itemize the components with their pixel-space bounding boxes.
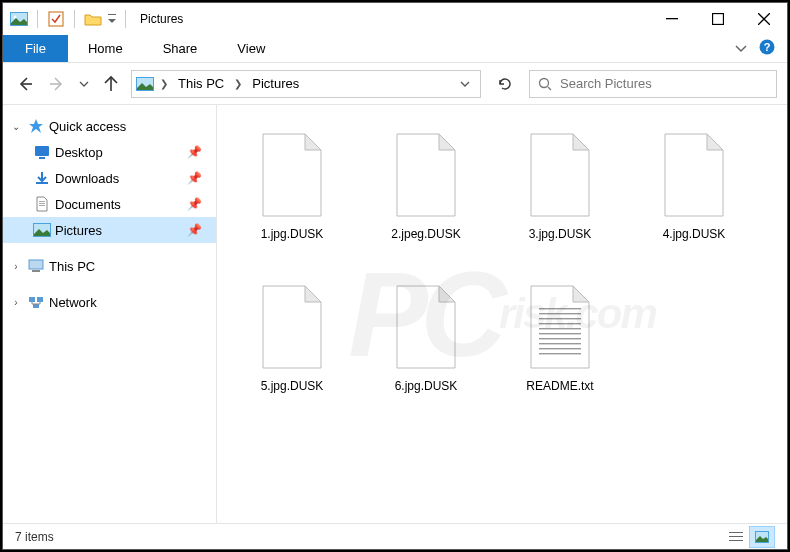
breadcrumb-pictures[interactable]: Pictures xyxy=(248,76,303,91)
svg-rect-6 xyxy=(713,14,724,25)
svg-rect-16 xyxy=(39,203,45,204)
computer-icon xyxy=(27,257,45,275)
file-label: 2.jpeg.DUSK xyxy=(391,221,460,241)
file-label: 1.jpg.DUSK xyxy=(261,221,324,241)
svg-rect-34 xyxy=(539,353,581,354)
desktop-icon xyxy=(33,143,51,161)
address-dropdown-icon[interactable] xyxy=(460,75,470,93)
svg-rect-30 xyxy=(539,333,581,334)
svg-text:?: ? xyxy=(764,41,771,53)
file-list[interactable]: PCrisk.com 1.jpg.DUSK2.jpeg.DUSK3.jpg.DU… xyxy=(217,105,787,523)
svg-rect-29 xyxy=(539,328,581,329)
file-icon xyxy=(522,281,598,373)
file-item[interactable]: 2.jpeg.DUSK xyxy=(359,117,493,269)
search-icon xyxy=(538,77,552,91)
sidebar-item-documents[interactable]: Documents 📌 xyxy=(3,191,216,217)
svg-rect-25 xyxy=(539,308,581,309)
address-bar[interactable]: ❯ This PC ❯ Pictures xyxy=(131,70,481,98)
window-title: Pictures xyxy=(140,12,183,26)
sidebar-item-downloads[interactable]: Downloads 📌 xyxy=(3,165,216,191)
tab-home[interactable]: Home xyxy=(68,35,143,62)
svg-rect-17 xyxy=(39,205,45,206)
back-button[interactable] xyxy=(13,72,37,96)
downloads-icon xyxy=(33,169,51,187)
search-placeholder: Search Pictures xyxy=(560,76,652,91)
svg-rect-32 xyxy=(539,343,581,344)
svg-rect-31 xyxy=(539,338,581,339)
svg-rect-12 xyxy=(35,146,49,156)
chevron-down-icon[interactable]: ⌄ xyxy=(9,121,23,132)
up-button[interactable] xyxy=(99,72,123,96)
large-icons-view-button[interactable] xyxy=(749,526,775,548)
app-icon xyxy=(9,9,29,29)
chevron-right-icon[interactable]: › xyxy=(9,297,23,308)
file-item[interactable]: README.txt xyxy=(493,269,627,421)
minimize-button[interactable] xyxy=(649,3,695,35)
navbar: ❯ This PC ❯ Pictures Search Pictures xyxy=(3,63,787,105)
sidebar-network[interactable]: › Network xyxy=(3,289,216,315)
svg-rect-4 xyxy=(108,14,116,15)
recent-locations-icon[interactable] xyxy=(77,72,91,96)
file-icon xyxy=(254,281,330,373)
maximize-button[interactable] xyxy=(695,3,741,35)
svg-rect-20 xyxy=(29,260,43,269)
refresh-button[interactable] xyxy=(489,70,521,98)
titlebar: Pictures xyxy=(3,3,787,35)
file-item[interactable]: 6.jpg.DUSK xyxy=(359,269,493,421)
file-item[interactable]: 5.jpg.DUSK xyxy=(225,269,359,421)
statusbar: 7 items xyxy=(3,523,787,549)
network-icon xyxy=(27,293,45,311)
file-label: 5.jpg.DUSK xyxy=(261,373,324,393)
tab-view[interactable]: View xyxy=(217,35,285,62)
pictures-location-icon xyxy=(136,75,154,93)
file-icon xyxy=(388,129,464,221)
svg-rect-22 xyxy=(29,297,35,302)
file-item[interactable]: 3.jpg.DUSK xyxy=(493,117,627,269)
chevron-right-icon[interactable]: ❯ xyxy=(160,78,168,89)
sidebar-this-pc[interactable]: › This PC xyxy=(3,253,216,279)
breadcrumb-this-pc[interactable]: This PC xyxy=(174,76,228,91)
help-icon[interactable]: ? xyxy=(759,39,775,59)
sidebar-item-desktop[interactable]: Desktop 📌 xyxy=(3,139,216,165)
file-icon xyxy=(656,129,732,221)
file-label: 4.jpg.DUSK xyxy=(663,221,726,241)
file-item[interactable]: 1.jpg.DUSK xyxy=(225,117,359,269)
svg-rect-13 xyxy=(39,157,45,159)
svg-rect-27 xyxy=(539,318,581,319)
sidebar-quick-access[interactable]: ⌄ Quick access xyxy=(3,113,216,139)
svg-rect-37 xyxy=(729,540,743,541)
chevron-right-icon[interactable]: ❯ xyxy=(234,78,242,89)
svg-rect-36 xyxy=(729,536,743,537)
svg-point-11 xyxy=(540,78,549,87)
forward-button[interactable] xyxy=(45,72,69,96)
file-icon xyxy=(254,129,330,221)
file-tab[interactable]: File xyxy=(3,35,68,62)
sidebar-item-pictures[interactable]: Pictures 📌 xyxy=(3,217,216,243)
qat-dropdown-icon[interactable] xyxy=(107,9,117,29)
pin-icon: 📌 xyxy=(187,145,216,159)
svg-rect-5 xyxy=(666,18,678,19)
pin-icon: 📌 xyxy=(187,223,216,237)
properties-qat-icon[interactable] xyxy=(46,9,66,29)
svg-rect-35 xyxy=(729,532,743,533)
svg-rect-3 xyxy=(49,12,63,26)
ribbon: File Home Share View ? xyxy=(3,35,787,63)
pin-icon: 📌 xyxy=(187,171,216,185)
expand-ribbon-icon[interactable] xyxy=(735,40,747,58)
details-view-button[interactable] xyxy=(723,526,749,548)
search-input[interactable]: Search Pictures xyxy=(529,70,777,98)
sidebar: ⌄ Quick access Desktop 📌 Downloads 📌 xyxy=(3,105,217,523)
chevron-right-icon[interactable]: › xyxy=(9,261,23,272)
item-count: 7 items xyxy=(15,530,54,544)
folder-qat-icon[interactable] xyxy=(83,9,103,29)
file-label: README.txt xyxy=(526,373,593,393)
close-button[interactable] xyxy=(741,3,787,35)
file-item[interactable]: 4.jpg.DUSK xyxy=(627,117,761,269)
tab-share[interactable]: Share xyxy=(143,35,218,62)
svg-rect-14 xyxy=(36,182,48,184)
pictures-icon xyxy=(33,221,51,239)
svg-rect-21 xyxy=(32,270,40,272)
file-label: 3.jpg.DUSK xyxy=(529,221,592,241)
svg-rect-28 xyxy=(539,323,581,324)
star-icon xyxy=(27,117,45,135)
